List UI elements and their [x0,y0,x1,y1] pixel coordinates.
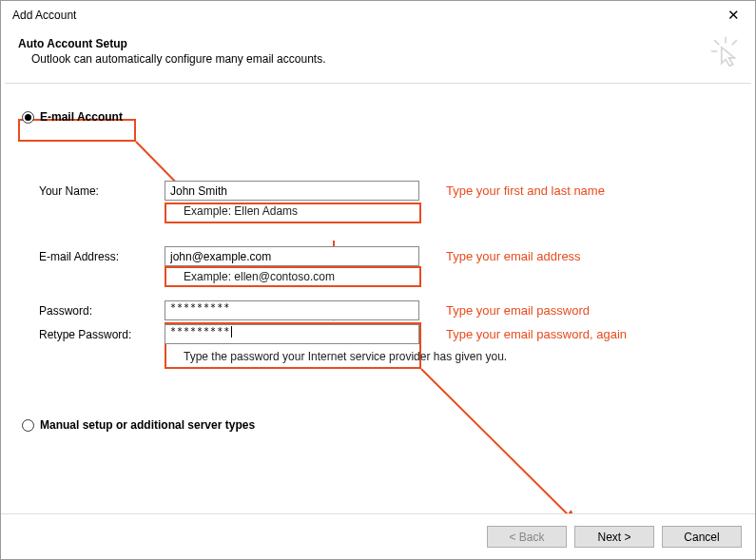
next-button[interactable]: Next > [574,526,654,548]
radio-manual-setup-label: Manual setup or additional server types [40,418,255,432]
radio-email-account-label: E-mail Account [40,110,123,124]
password-input[interactable]: ********* [165,300,419,320]
email-annotation: Type your email address [446,249,581,263]
header-subtitle: Outlook can automatically configure many… [31,52,738,66]
radio-email-account[interactable]: E-mail Account [22,110,738,124]
close-icon[interactable]: ✕ [722,7,746,24]
cursor-click-icon [709,35,742,68]
email-input[interactable] [165,246,419,266]
svg-line-6 [714,40,719,45]
window-title: Add Account [12,9,76,22]
name-label: Your Name: [39,184,165,198]
name-input[interactable] [165,181,419,201]
retype-password-label: Retype Password: [39,328,165,341]
header: Auto Account Setup Outlook can automatic… [1,29,755,79]
content: E-mail Account Your Name: Type your firs… [1,84,755,432]
cancel-button[interactable]: Cancel [662,526,742,548]
radio-manual-setup[interactable]: Manual setup or additional server types [22,418,738,432]
svg-line-7 [732,40,737,45]
name-annotation: Type your first and last name [446,183,605,198]
name-example: Example: Ellen Adams [184,204,738,218]
back-button: < Back [487,526,567,548]
titlebar: Add Account ✕ [1,1,755,29]
email-example: Example: ellen@contoso.com [184,270,738,283]
retype-password-input[interactable]: ********* [165,324,419,344]
password-annotation: Type your email password [446,303,590,318]
retype-password-annotation: Type your email password, again [446,327,627,341]
header-title: Auto Account Setup [18,37,738,50]
password-label: Password: [39,304,165,318]
email-label: E-mail Address: [39,250,165,263]
password-notice: Type the password your Internet service … [184,350,738,363]
footer: < Back Next > Cancel [1,513,755,559]
